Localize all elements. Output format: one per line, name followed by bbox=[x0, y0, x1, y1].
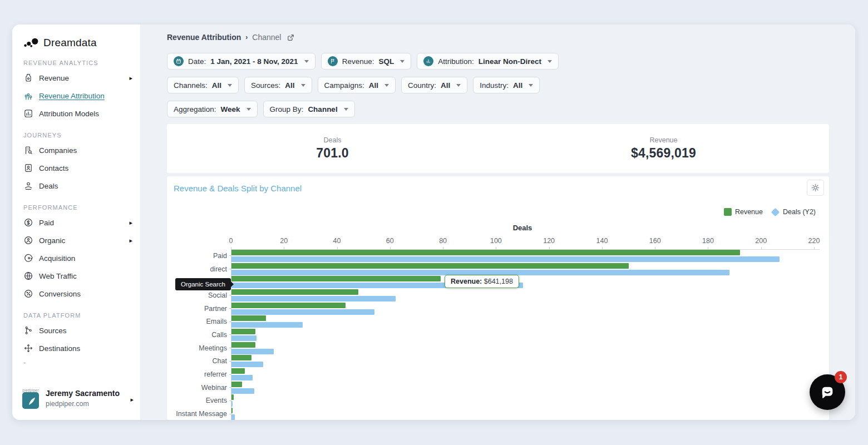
sidebar-item-deals[interactable]: Deals bbox=[12, 177, 140, 195]
sidebar-item-label: Sources bbox=[39, 327, 67, 335]
deals-bar[interactable] bbox=[231, 388, 254, 394]
sidebar-item-organic[interactable]: Organic▸ bbox=[12, 231, 140, 249]
deals-bar[interactable] bbox=[231, 375, 253, 380]
sidebar-item-label: Web Traffic bbox=[39, 272, 77, 280]
revenue-bar[interactable] bbox=[231, 250, 740, 255]
deals-bar[interactable] bbox=[231, 401, 233, 407]
filter-revenue-dropdown[interactable]: Revenue:SQL bbox=[321, 53, 412, 70]
filter-sources-dropdown[interactable]: Sources:All bbox=[244, 77, 312, 93]
gear-icon bbox=[811, 183, 820, 192]
sidebar-item-label: Acquisition bbox=[39, 254, 75, 263]
revenue-bar[interactable] bbox=[231, 303, 346, 308]
revenue-bar[interactable] bbox=[231, 315, 266, 321]
sidebar-item-destinations[interactable]: Destinations bbox=[12, 339, 140, 357]
main-content: Revenue Attribution › Channel Date:1 Jan… bbox=[141, 24, 855, 420]
category-label-instant-message[interactable]: Instant Message bbox=[167, 407, 227, 420]
chevron-right-icon: ▸ bbox=[129, 220, 132, 226]
revenue-bar[interactable] bbox=[231, 368, 245, 374]
category-label-social[interactable]: Social bbox=[167, 289, 227, 302]
category-label-direct[interactable]: direct bbox=[167, 263, 227, 276]
web-traffic-icon bbox=[23, 271, 33, 281]
category-label-calls[interactable]: Calls bbox=[167, 328, 227, 342]
deals-bar[interactable] bbox=[231, 296, 396, 301]
chart-title[interactable]: Revenue & Deals Split by Channel bbox=[174, 184, 302, 193]
filter-channels-dropdown[interactable]: Channels:All bbox=[167, 77, 239, 93]
caret-down-icon bbox=[548, 60, 552, 63]
caret-down-icon bbox=[400, 60, 405, 63]
sidebar-item-paid[interactable]: Paid▸ bbox=[12, 214, 140, 231]
filter-group-by-dropdown[interactable]: Group By:Channel bbox=[263, 101, 355, 117]
deals-bar[interactable] bbox=[231, 349, 274, 354]
filter-attribution-dropdown[interactable]: Attribution:Linear Non-Direct bbox=[417, 53, 559, 70]
filter-country-dropdown[interactable]: Country:All bbox=[401, 77, 467, 93]
chat-unread-badge: 1 bbox=[835, 371, 847, 383]
revenue-bar[interactable] bbox=[231, 382, 242, 387]
breadcrumb-parent[interactable]: Revenue Attribution bbox=[167, 33, 241, 42]
chat-launcher-button[interactable]: 1 bbox=[810, 374, 845, 410]
sidebar-item-revenue[interactable]: Revenue▸ bbox=[12, 69, 140, 87]
deals-bar[interactable] bbox=[231, 309, 374, 315]
sidebar-item-attribution-models[interactable]: Attribution Models bbox=[12, 105, 140, 122]
revenue-bar[interactable] bbox=[231, 289, 358, 295]
user-menu[interactable]: piedpiper Jeremy Sacramento piedpiper.co… bbox=[12, 382, 140, 420]
chart-bar-row-emails bbox=[231, 315, 814, 328]
chevron-right-icon: ▸ bbox=[130, 396, 134, 403]
category-label-events[interactable]: Events bbox=[167, 394, 227, 408]
sidebar-item-conversions[interactable]: Conversions bbox=[12, 285, 140, 303]
category-label-chat[interactable]: Chat bbox=[167, 355, 227, 368]
revenue-bar[interactable] bbox=[231, 355, 251, 360]
deals-bar[interactable] bbox=[231, 322, 303, 328]
filter-campaigns-dropdown[interactable]: Campaigns:All bbox=[318, 77, 396, 93]
sidebar-item-revenue-attribution[interactable]: Revenue Attribution bbox=[12, 87, 140, 105]
filter-value: 1 Jan, 2021 - 8 Nov, 2021 bbox=[210, 57, 298, 66]
revenue-bar[interactable] bbox=[231, 342, 255, 348]
category-label-meetings[interactable]: Meetings bbox=[167, 342, 227, 355]
chevron-right-icon: ▸ bbox=[129, 75, 132, 81]
x-tick-label: 220 bbox=[808, 237, 820, 245]
sidebar-section-label-performance: PERFORMANCE bbox=[23, 204, 129, 211]
category-label-emails[interactable]: Emails bbox=[167, 315, 227, 328]
chart-bar-row-chat bbox=[231, 355, 814, 368]
sidebar-nav: REVENUE ANALYTICSRevenue▸Revenue Attribu… bbox=[12, 50, 140, 357]
logo[interactable]: Dreamdata bbox=[12, 34, 140, 50]
revenue-icon bbox=[23, 73, 33, 83]
chart-bar-row-meetings bbox=[231, 342, 814, 355]
chat-bubble-icon bbox=[818, 383, 836, 401]
sidebar-item-label: Conversions bbox=[39, 290, 81, 298]
calendar-filter-icon bbox=[174, 56, 184, 66]
category-label-paid[interactable]: Paid bbox=[167, 249, 227, 263]
filter-date-dropdown[interactable]: Date:1 Jan, 2021 - 8 Nov, 2021 bbox=[167, 53, 315, 70]
legend-item-revenue[interactable]: Revenue bbox=[724, 208, 763, 216]
deals-bar[interactable] bbox=[231, 256, 780, 262]
external-link-icon[interactable] bbox=[287, 33, 295, 42]
chart-bar-row-social bbox=[231, 289, 814, 302]
category-label-webinar[interactable]: Webinar bbox=[167, 381, 227, 394]
x-tick-label: 120 bbox=[543, 237, 555, 245]
category-label-partner[interactable]: Partner bbox=[167, 302, 227, 315]
revenue-bar[interactable] bbox=[231, 263, 629, 269]
filter-industry-dropdown[interactable]: Industry:All bbox=[473, 77, 540, 93]
revenue-bar[interactable] bbox=[231, 408, 233, 413]
legend-item-deals-y2[interactable]: Deals (Y2) bbox=[771, 208, 816, 216]
deals-bar[interactable] bbox=[231, 335, 257, 341]
sidebar-item-contacts[interactable]: Contacts bbox=[12, 159, 140, 177]
chart-plot-area bbox=[231, 249, 814, 420]
revenue-bar[interactable] bbox=[231, 329, 255, 334]
square-swatch-icon bbox=[724, 208, 732, 216]
x-tick-label: 200 bbox=[755, 237, 767, 245]
sidebar-item-web-traffic[interactable]: Web Traffic bbox=[12, 267, 140, 285]
sidebar-item-companies[interactable]: Companies bbox=[12, 141, 140, 159]
chart-settings-button[interactable] bbox=[807, 180, 824, 196]
deals-bar[interactable] bbox=[231, 414, 235, 420]
category-label-referrer[interactable]: referrer bbox=[167, 368, 227, 381]
chart-card: Revenue & Deals Split by Channel Revenue… bbox=[167, 176, 829, 420]
filter-value: All bbox=[441, 81, 450, 90]
sidebar-item-sources[interactable]: Sources bbox=[12, 322, 140, 339]
sidebar-item-acquisition[interactable]: Acquisition bbox=[12, 249, 140, 267]
revenue-bar[interactable] bbox=[231, 394, 234, 400]
revenue-bar[interactable] bbox=[231, 276, 441, 281]
deals-bar[interactable] bbox=[231, 362, 263, 367]
x-tick-label: 80 bbox=[439, 237, 447, 245]
chart-bar-row-partner bbox=[231, 302, 814, 315]
filter-aggregation-dropdown[interactable]: Aggregation:Week bbox=[167, 101, 258, 117]
